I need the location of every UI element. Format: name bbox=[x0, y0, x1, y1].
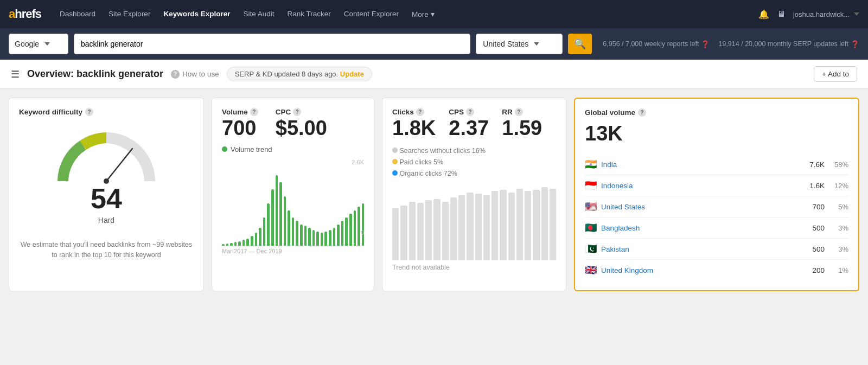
clicks-bar[interactable] bbox=[516, 189, 523, 260]
clicks-bar[interactable] bbox=[417, 203, 424, 260]
nav-keywords-explorer[interactable]: Keywords Explorer bbox=[158, 7, 235, 22]
volume-bar[interactable] bbox=[271, 189, 274, 246]
clicks-bar[interactable] bbox=[392, 208, 399, 260]
volume-bar[interactable] bbox=[349, 214, 352, 246]
clicks-bar[interactable] bbox=[541, 187, 548, 260]
clicks-bar[interactable] bbox=[433, 199, 440, 260]
cps-label: CPS ? bbox=[449, 108, 489, 116]
volume-bar[interactable] bbox=[324, 232, 327, 246]
hamburger-icon[interactable]: ☰ bbox=[11, 68, 20, 80]
nav-rank-tracker[interactable]: Rank Tracker bbox=[282, 7, 336, 22]
country-percent: 12% bbox=[829, 182, 848, 190]
volume-bar[interactable] bbox=[222, 244, 225, 246]
volume-bar[interactable] bbox=[337, 225, 340, 246]
nav-dashboard[interactable]: Dashboard bbox=[54, 7, 101, 22]
clicks-help-icon[interactable]: ? bbox=[416, 108, 424, 116]
clicks-bar[interactable] bbox=[467, 193, 473, 260]
volume-bar[interactable] bbox=[255, 233, 258, 245]
nav-site-audit[interactable]: Site Audit bbox=[238, 7, 279, 22]
nav-site-explorer[interactable]: Site Explorer bbox=[103, 7, 156, 22]
kd-help-icon[interactable]: ? bbox=[85, 108, 93, 116]
nav-more[interactable]: More ▾ bbox=[406, 7, 440, 22]
volume-bar[interactable] bbox=[284, 196, 286, 246]
search-button[interactable]: 🔍 bbox=[568, 34, 592, 54]
global-vol-value: 13K bbox=[585, 122, 848, 145]
cps-help-icon[interactable]: ? bbox=[466, 108, 474, 116]
clicks-bar[interactable] bbox=[483, 195, 490, 260]
country-percent: 3% bbox=[829, 224, 848, 232]
volume-bar[interactable] bbox=[362, 203, 365, 246]
volume-bar[interactable] bbox=[341, 221, 344, 246]
clicks-bar[interactable] bbox=[533, 190, 539, 260]
country-name[interactable]: India bbox=[601, 161, 799, 169]
clicks-bar[interactable] bbox=[475, 194, 482, 260]
clicks-bar[interactable] bbox=[492, 191, 498, 260]
keyword-input[interactable] bbox=[74, 34, 470, 54]
clicks-bar[interactable] bbox=[425, 200, 432, 260]
volume-bar[interactable] bbox=[251, 236, 253, 246]
volume-bar[interactable] bbox=[263, 217, 266, 246]
volume-bar[interactable] bbox=[292, 217, 295, 246]
add-to-button[interactable]: + Add to bbox=[814, 66, 857, 82]
keyword-difficulty-card: Keyword difficulty ? 54 Hard bbox=[9, 98, 204, 291]
country-select[interactable]: United States bbox=[476, 34, 563, 54]
volume-bar[interactable] bbox=[316, 232, 319, 246]
engine-select[interactable]: Google bbox=[9, 34, 68, 54]
volume-bar[interactable] bbox=[358, 207, 360, 246]
country-volume: 500 bbox=[803, 224, 825, 232]
volume-label: Volume ? bbox=[222, 108, 258, 116]
volume-bar[interactable] bbox=[345, 217, 348, 246]
country-name[interactable]: Bangladesh bbox=[601, 224, 799, 232]
volume-bar[interactable] bbox=[329, 230, 331, 246]
volume-bar[interactable] bbox=[238, 241, 241, 246]
volume-bar[interactable] bbox=[354, 210, 356, 246]
monitor-icon[interactable]: 🖥 bbox=[777, 9, 786, 19]
clicks-bar[interactable] bbox=[442, 202, 449, 260]
volume-bar[interactable] bbox=[279, 182, 282, 246]
rr-help-icon[interactable]: ? bbox=[515, 108, 523, 116]
notification-icon[interactable]: 🔔 bbox=[758, 9, 769, 20]
volume-bar[interactable] bbox=[333, 228, 336, 246]
cpc-help-icon[interactable]: ? bbox=[293, 108, 301, 116]
clicks-bar[interactable] bbox=[550, 189, 556, 260]
global-card-label: Global volume ? bbox=[585, 108, 848, 117]
volume-bar[interactable] bbox=[246, 239, 249, 246]
volume-bar[interactable] bbox=[300, 225, 303, 246]
volume-bar[interactable] bbox=[234, 242, 237, 246]
volume-bar[interactable] bbox=[296, 221, 298, 246]
how-to-use[interactable]: ? How to use bbox=[171, 70, 219, 79]
clicks-bar[interactable] bbox=[458, 195, 465, 260]
user-menu[interactable]: joshua.hardwick... bbox=[793, 10, 859, 18]
volume-bar[interactable] bbox=[276, 175, 278, 246]
clicks-bar[interactable] bbox=[525, 191, 531, 260]
clicks-bar[interactable] bbox=[500, 190, 506, 260]
country-name[interactable]: United States bbox=[601, 203, 799, 211]
logo[interactable]: ahrefs bbox=[9, 7, 41, 21]
volume-bar[interactable] bbox=[242, 240, 245, 245]
clicks-bar[interactable] bbox=[508, 193, 515, 260]
volume-bar[interactable] bbox=[321, 233, 323, 245]
country-name[interactable]: Indonesia bbox=[601, 182, 799, 190]
country-name[interactable]: Pakistan bbox=[601, 245, 799, 253]
clicks-bar[interactable] bbox=[400, 206, 407, 260]
volume-bar[interactable] bbox=[267, 203, 270, 246]
country-name[interactable]: United Kingdom bbox=[601, 266, 799, 274]
country-flag: 🇬🇧 bbox=[585, 264, 597, 276]
global-help-icon[interactable]: ? bbox=[638, 108, 646, 117]
volume-bar[interactable] bbox=[308, 228, 311, 246]
update-link[interactable]: Update bbox=[340, 70, 364, 78]
volume-bar[interactable] bbox=[288, 210, 290, 246]
volume-help-icon[interactable]: ? bbox=[250, 108, 258, 116]
nav-content-explorer[interactable]: Content Explorer bbox=[339, 7, 404, 22]
clicks-bar[interactable] bbox=[409, 202, 416, 260]
volume-bar[interactable] bbox=[230, 243, 233, 246]
monthly-serp-help-icon[interactable]: ❓ bbox=[851, 40, 859, 48]
volume-bar[interactable] bbox=[259, 228, 261, 246]
weekly-reports-help-icon[interactable]: ❓ bbox=[701, 40, 710, 48]
clicks-bar[interactable] bbox=[450, 197, 457, 260]
volume-bar[interactable] bbox=[312, 230, 315, 246]
volume-bar[interactable] bbox=[304, 226, 307, 245]
monthly-serp-stat: 19,914 / 20,000 monthly SERP updates lef… bbox=[718, 40, 859, 48]
volume-bar[interactable] bbox=[226, 244, 229, 246]
username: joshua.hardwick... bbox=[793, 10, 850, 18]
